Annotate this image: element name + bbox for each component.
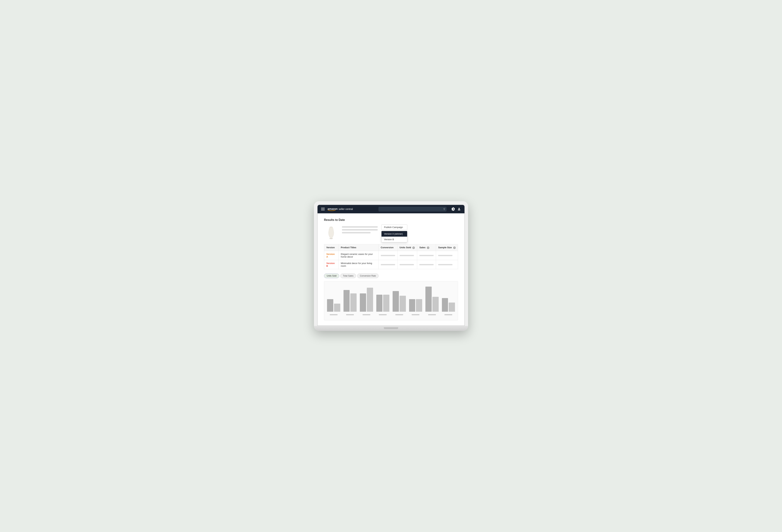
chart-label-line [395, 314, 403, 315]
row-b-units-sold [397, 260, 417, 269]
units-sold-info-icon[interactable]: i [412, 246, 415, 249]
bar-version-b [350, 293, 357, 312]
chart-label-line [445, 314, 452, 315]
row-a-sales [417, 251, 436, 260]
chart-label-line [379, 314, 387, 315]
product-placeholder-lines [342, 224, 378, 233]
laptop-frame: amazon seller central ⚲ [314, 201, 468, 331]
chart-label-line [412, 314, 420, 315]
row-a-conversion [379, 251, 397, 260]
bar-chart [324, 281, 458, 320]
col-sales: Sales i [417, 244, 436, 251]
bar-version-b [400, 296, 406, 312]
tab-units-sold[interactable]: Units Sold [324, 273, 339, 278]
bar-version-a [344, 290, 350, 312]
laptop-notch [384, 327, 398, 329]
row-b-sample-size [436, 260, 458, 269]
col-sample-size: Sample Size i [436, 244, 458, 251]
table-header-row: Version Product Titles Conversion Units … [324, 244, 458, 251]
bar-version-a [376, 295, 383, 312]
row-a-version: Version A [324, 251, 339, 260]
bar-group [327, 299, 340, 312]
search-bar[interactable]: ⚲ [379, 207, 447, 212]
settings-icon[interactable] [452, 207, 455, 211]
chart-label [360, 314, 373, 315]
sales-info-icon[interactable]: i [427, 246, 429, 249]
chart-label-line [330, 314, 337, 315]
dropdown-menu: Version A (winner) Version B [381, 231, 407, 242]
section-title: Results to Date [324, 218, 458, 222]
bar-version-a [327, 299, 333, 312]
chart-label-line [346, 314, 354, 315]
hamburger-menu[interactable] [321, 208, 325, 210]
chart-bars-container [327, 285, 455, 313]
bar-group [360, 288, 373, 312]
navbar: amazon seller central ⚲ [318, 205, 464, 213]
dropdown-item-version-a[interactable]: Version A (winner) [382, 231, 407, 237]
row-b-version: Version B [324, 260, 339, 269]
table-row: Version A Elegant ceramic vases for your… [324, 251, 458, 260]
tab-conversion-rate[interactable]: Conversion Rate [357, 273, 379, 278]
bar-version-b [334, 304, 340, 312]
search-input[interactable] [379, 207, 447, 212]
placeholder-line-3 [342, 232, 370, 233]
chart-label [376, 314, 390, 315]
bar-version-b [432, 297, 439, 312]
col-version: Version [324, 244, 339, 251]
chart-labels-container [327, 314, 455, 315]
col-conversion: Conversion [379, 244, 397, 251]
row-a-sample-size [436, 251, 458, 260]
bar-version-b [383, 295, 389, 312]
product-image [324, 224, 338, 240]
product-row: Publish Campaign Version A (winner) Vers… [324, 224, 458, 240]
results-table: Version Product Titles Conversion Units … [324, 244, 458, 269]
seller-central-text: seller central [339, 207, 353, 211]
row-a-units-sold [397, 251, 417, 260]
row-b-sales [417, 260, 436, 269]
table-row: Version B Minimalist decor for your livi… [324, 260, 458, 269]
row-b-title: Minimalist decor for your living room [339, 260, 379, 269]
chart-label [393, 314, 406, 315]
dropdown-item-version-b[interactable]: Version B [382, 237, 407, 242]
bar-version-b [449, 303, 455, 312]
bar-group [393, 291, 406, 312]
bar-group [409, 299, 422, 312]
laptop-screen: amazon seller central ⚲ [317, 204, 465, 326]
row-a-title: Elegant ceramic vases for your home deco… [339, 251, 379, 260]
publish-campaign-button[interactable]: Publish Campaign [381, 224, 407, 230]
app-logo: amazon seller central [327, 207, 353, 211]
placeholder-line-2 [342, 229, 378, 231]
chart-label [442, 314, 455, 315]
main-content: Results to Date [318, 213, 464, 326]
laptop-base [314, 326, 468, 331]
tab-total-sales[interactable]: Total Sales [340, 273, 356, 278]
chart-label [327, 314, 340, 315]
chart-label-line [362, 314, 370, 315]
col-units-sold: Units Sold i [397, 244, 417, 251]
bar-group [376, 295, 390, 312]
bar-group [344, 290, 357, 312]
bar-version-b [367, 288, 373, 312]
chart-tabs: Units Sold Total Sales Conversion Rate [324, 273, 458, 278]
svg-point-0 [330, 227, 332, 228]
col-product-titles: Product Titles [339, 244, 379, 251]
chart-label [409, 314, 422, 315]
sample-size-info-icon[interactable]: i [453, 246, 456, 249]
row-b-conversion [379, 260, 397, 269]
search-icon: ⚲ [443, 207, 445, 211]
bar-group [442, 298, 455, 312]
bar-version-b [416, 299, 422, 312]
placeholder-line-1 [342, 226, 378, 228]
bar-version-a [393, 291, 399, 312]
vase-image [326, 225, 336, 240]
bar-version-a [360, 293, 366, 312]
user-icon[interactable] [457, 207, 461, 211]
chart-label [425, 314, 439, 315]
publish-dropdown-container: Publish Campaign Version A (winner) Vers… [381, 224, 407, 230]
bar-group [425, 287, 439, 312]
svg-point-1 [329, 238, 333, 239]
bar-version-a [442, 298, 448, 312]
amazon-smile-icon [327, 210, 336, 211]
nav-icons [452, 207, 461, 211]
bar-version-a [409, 299, 415, 312]
